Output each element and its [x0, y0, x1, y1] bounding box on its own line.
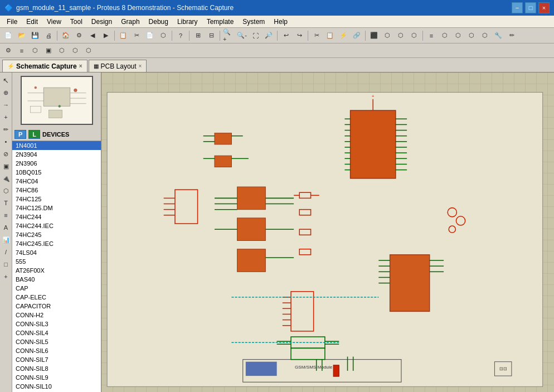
device-list-item[interactable]: CONN-SIL6	[12, 346, 101, 355]
device-list-item[interactable]: CONN-SIL7	[12, 355, 101, 364]
tb-paste2[interactable]: 📋	[324, 30, 336, 42]
device-list-item[interactable]: CONN-SIL9	[12, 373, 101, 382]
tb2-grid[interactable]: ≡	[16, 45, 28, 57]
menu-view[interactable]: View	[42, 17, 66, 27]
tape-icon[interactable]: ⬡	[1, 185, 12, 196]
device-list-item[interactable]: 74HC86	[12, 186, 101, 195]
tb-zoomin[interactable]: 🔍+	[222, 30, 235, 42]
menu-tool[interactable]: Tool	[66, 17, 87, 27]
tb-zoomfit[interactable]: ⛶	[249, 30, 261, 42]
wire-icon[interactable]: →	[1, 99, 12, 110]
line-icon[interactable]: /	[1, 246, 12, 258]
add-icon[interactable]: +	[1, 271, 12, 282]
schematic-canvas[interactable]: GSM/SMS Module ⊡⊡	[101, 72, 554, 392]
tb-copy[interactable]: 📄	[144, 30, 156, 42]
device-list-item[interactable]: 74HC125	[12, 195, 101, 204]
tb-bus[interactable]: 🔗	[351, 30, 363, 42]
tb2-settings[interactable]: ⚙	[2, 45, 14, 57]
device-list-item[interactable]: 1N4001	[12, 141, 101, 150]
device-list-item[interactable]: CAPACITOR	[12, 302, 101, 311]
maximize-button[interactable]: □	[525, 2, 536, 13]
tb-undo[interactable]: ↩	[280, 30, 292, 42]
tb2-comp[interactable]: ⬡	[29, 45, 41, 57]
tb2-misc1[interactable]: ▣	[42, 45, 55, 57]
device-list-item[interactable]: CONN-SIL8	[12, 364, 101, 373]
device-list-item[interactable]: BAS40	[12, 275, 101, 284]
l-button[interactable]: L	[28, 130, 40, 139]
tb-zoomout[interactable]: 🔍-	[236, 30, 248, 42]
tb-open[interactable]: 📂	[16, 30, 28, 42]
device-list-item[interactable]: CONN-SIL10	[12, 382, 101, 391]
device-list-item[interactable]: 74HC245.IEC	[12, 239, 101, 248]
select-icon[interactable]: ↖	[1, 75, 12, 86]
tab-schematic[interactable]: ⚡ Schematic Capture ×	[2, 60, 88, 72]
label-icon[interactable]: ✏	[1, 124, 12, 135]
schematic-tab-close[interactable]: ×	[79, 63, 82, 69]
device-list-item[interactable]: 74LS04	[12, 248, 101, 257]
tb-prop2[interactable]: ⬡	[381, 30, 393, 42]
tb2-misc4[interactable]: ⬡	[82, 45, 95, 57]
close-button[interactable]: ×	[538, 2, 550, 13]
menu-system[interactable]: System	[238, 17, 269, 27]
tb-prop4[interactable]: ⬡	[408, 30, 420, 42]
tb-misc2[interactable]: ⬡	[439, 30, 451, 42]
tb-prop3[interactable]: ⬡	[395, 30, 407, 42]
tb-misc4[interactable]: ⬡	[465, 30, 478, 42]
tb-paste[interactable]: 📋	[117, 30, 129, 42]
menu-graph[interactable]: Graph	[116, 17, 144, 27]
device-list-item[interactable]: CONN-SIL5	[12, 337, 101, 346]
device-list[interactable]: 1N40012N39042N390610BQ01574HC0474HC8674H…	[12, 141, 101, 392]
tb-print[interactable]: 🖨	[42, 30, 55, 42]
tb-zoomarea[interactable]: 🔎	[263, 30, 275, 42]
menu-template[interactable]: Template	[202, 17, 239, 27]
marker-icon[interactable]: A	[1, 222, 12, 233]
component-icon[interactable]: ⊕	[1, 87, 12, 98]
tb-settings[interactable]: ⚙	[73, 30, 85, 42]
tb-cut2[interactable]: ✂	[310, 30, 323, 42]
device-list-item[interactable]: 74HC125.DM	[12, 204, 101, 212]
minimize-button[interactable]: −	[512, 2, 523, 13]
symbol-icon[interactable]: ≡	[1, 210, 12, 221]
tb-misc1[interactable]: ≡	[425, 30, 438, 42]
rect-icon[interactable]: □	[1, 259, 12, 270]
tb-misc6[interactable]: 🔧	[492, 30, 504, 42]
device-list-item[interactable]: 74HC244	[12, 212, 101, 221]
menu-design[interactable]: Design	[87, 17, 116, 27]
device-list-item[interactable]: 74HC245	[12, 230, 101, 239]
bus-icon[interactable]: +	[1, 112, 12, 123]
tab-pcb[interactable]: ▦ PCB Layout ×	[89, 60, 147, 72]
tb-grid2[interactable]: ⊟	[205, 30, 217, 42]
pcb-tab-close[interactable]: ×	[139, 63, 142, 69]
probe-icon[interactable]: 🔌	[1, 173, 12, 184]
tb-cut[interactable]: ✂	[130, 30, 143, 42]
text-icon[interactable]: T	[1, 197, 12, 209]
chart-icon[interactable]: 📊	[1, 234, 12, 245]
menu-help[interactable]: Help	[269, 17, 292, 27]
device-list-item[interactable]: 555	[12, 257, 101, 266]
tb-save[interactable]: 💾	[29, 30, 41, 42]
tb-misc5[interactable]: ⬡	[479, 30, 491, 42]
tb2-misc2[interactable]: ⬡	[56, 45, 68, 57]
window-controls[interactable]: − □ ×	[512, 2, 550, 13]
power-icon[interactable]: ⊘	[1, 148, 12, 159]
junction-icon[interactable]: •	[1, 136, 12, 147]
p-button[interactable]: P	[14, 130, 26, 139]
device-list-item[interactable]: AT26F00X	[12, 266, 101, 275]
tb-prop1[interactable]: ⬛	[368, 30, 380, 42]
menu-library[interactable]: Library	[173, 17, 202, 27]
tb-misc7[interactable]: ✏	[506, 30, 518, 42]
tb-back[interactable]: ◀	[86, 30, 99, 42]
tb-forward[interactable]: ▶	[100, 30, 112, 42]
device-list-item[interactable]: CONN-SIL3	[12, 320, 101, 328]
device-list-item[interactable]: 2N3904	[12, 150, 101, 159]
device-list-item[interactable]: CAP	[12, 284, 101, 293]
port-icon[interactable]: ▣	[1, 161, 12, 172]
tb-redo[interactable]: ↪	[293, 30, 305, 42]
device-list-item[interactable]: CONN-H2	[12, 311, 101, 320]
tb-grid[interactable]: ⊞	[192, 30, 204, 42]
device-list-item[interactable]: 74HC244.IEC	[12, 221, 101, 230]
device-list-item[interactable]: CONN-SIL4	[12, 328, 101, 337]
device-list-item[interactable]: 10BQ015	[12, 168, 101, 177]
tb-comp[interactable]: ⬡	[157, 30, 169, 42]
device-list-item[interactable]: 2N3906	[12, 159, 101, 168]
